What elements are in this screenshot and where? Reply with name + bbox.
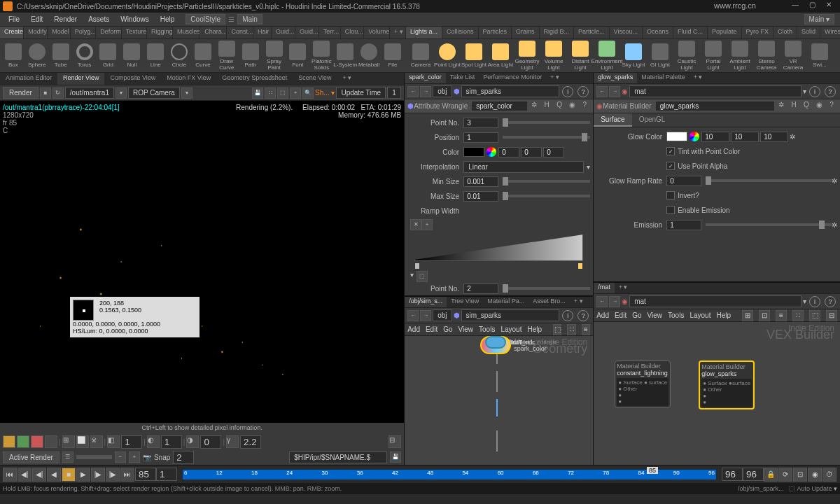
maximize-button[interactable]: ▢ — [804, 1, 820, 12]
gamma-icon[interactable]: γ — [226, 435, 239, 448]
render-button[interactable]: Render — [3, 87, 38, 99]
tool-gilight[interactable]: GI Light — [647, 41, 673, 71]
last-frame-icon[interactable]: ⏭ — [120, 468, 134, 482]
color-swatch[interactable] — [463, 147, 484, 157]
tool-lsystem[interactable]: L-System — [333, 41, 357, 71]
tool-distantlight[interactable]: Distant Light — [567, 41, 594, 71]
current-frame-field[interactable] — [135, 468, 156, 481]
tool-drawcurve[interactable]: Draw Curve — [215, 41, 239, 71]
camera-icon[interactable]: 📷 — [143, 454, 151, 461]
tool-circle[interactable]: Circle — [167, 41, 191, 71]
tool-ambientlight[interactable]: Ambient Light — [727, 41, 753, 71]
tool-causticlight[interactable]: Caustic Light — [673, 41, 700, 71]
tool-path[interactable]: Path — [239, 41, 262, 71]
network-view-right[interactable]: Indie Edition VEX Builder Material Build… — [594, 322, 840, 465]
tool-spraypaint[interactable]: Spray Paint — [262, 41, 286, 71]
parameters-panel: Point No. Position Color InterpolationLi… — [405, 113, 593, 295]
tool-platonic[interactable]: Platonic Solids — [309, 41, 333, 71]
gear-icon[interactable]: ✲ — [776, 101, 787, 112]
menu-file[interactable]: File — [3, 15, 25, 23]
timeline-track[interactable]: 6121824303642485460667278849096 85 — [183, 470, 716, 479]
next-key-icon[interactable]: |▶ — [106, 468, 120, 482]
status-hint: Hold LMB: focus rendering. Shift+drag: s… — [3, 485, 342, 492]
gamma-field[interactable] — [240, 435, 261, 449]
add-tab-icon[interactable]: + ▾ — [337, 73, 358, 85]
desktop-selector[interactable]: CoolStyle — [186, 14, 225, 24]
tool-pointlight[interactable]: Point Light — [434, 41, 461, 71]
matnode-glow-sparks[interactable]: Material Builder glow_sparks ● Surfacesu… — [699, 360, 755, 410]
ramp-widget[interactable] — [414, 233, 583, 268]
tool-skylight[interactable]: Sky Light — [620, 41, 647, 71]
gear-icon[interactable]: ✲ — [528, 101, 540, 112]
tool-camera[interactable]: Camera — [407, 41, 434, 71]
rop-path[interactable]: /out/mantra1 — [65, 87, 114, 99]
lock-icon[interactable]: 🔒 — [764, 468, 778, 482]
invert-checkbox[interactable] — [666, 191, 675, 200]
context-selector-right[interactable]: Main ▾ — [804, 14, 834, 24]
save-icon[interactable]: 💾 — [252, 88, 263, 99]
watermark-url: www.rrcg.cn — [714, 1, 756, 10]
forward-icon[interactable]: → — [420, 86, 431, 97]
tool-geolight[interactable]: Geometry Light — [514, 41, 540, 71]
step-fwd-icon[interactable]: |▶ — [91, 468, 105, 482]
save-snap-icon[interactable]: 💾 — [390, 451, 401, 463]
help-icon[interactable]: ? — [579, 101, 590, 112]
pin-icon[interactable]: i — [562, 86, 573, 97]
tool-sphere[interactable]: Sphere — [25, 41, 49, 71]
tool-arealight[interactable]: Area Light — [487, 41, 514, 71]
tool-spotlight[interactable]: Spot Light — [461, 41, 487, 71]
tool-null[interactable]: Null — [120, 41, 144, 71]
node-name-field[interactable]: spark_color — [472, 102, 527, 111]
tool-box[interactable]: Box — [1, 41, 25, 71]
menu-edit[interactable]: Edit — [25, 15, 48, 23]
matnode-constant[interactable]: Material Builder constant_lightning ● Su… — [615, 360, 671, 408]
step-back-icon[interactable]: ◀| — [32, 468, 46, 482]
tool-torus[interactable]: Torus — [73, 41, 97, 71]
menu-windows[interactable]: Windows — [115, 15, 155, 23]
pointno-field[interactable] — [463, 118, 498, 128]
minimize-button[interactable]: — — [787, 1, 804, 12]
tool-vollight[interactable]: Volume Light — [540, 41, 567, 71]
tint-checkbox[interactable]: ✓ — [666, 147, 675, 155]
shelf-tabs-right: Lights a... Collisions Particles Grains … — [406, 27, 840, 39]
alpha-checkbox[interactable]: ✓ — [666, 162, 675, 170]
node-out[interactable]: OUT — [485, 336, 522, 349]
back-icon[interactable]: ← — [407, 86, 419, 97]
tool-font[interactable]: Font — [286, 41, 310, 71]
colorwheel-icon[interactable] — [486, 147, 496, 157]
play-back-icon[interactable]: ◀ — [47, 468, 61, 482]
menu-render[interactable]: Render — [48, 15, 83, 23]
tool-tube[interactable]: Tube — [49, 41, 73, 71]
camera-selector[interactable]: ROP Camera — [128, 87, 180, 99]
play-icon[interactable]: ▶ — [76, 468, 90, 482]
exposure-field[interactable] — [121, 435, 142, 449]
shelf-create[interactable]: Create — [0, 27, 24, 38]
viewport-hint: Ctrl+Left to show detailed pixel informa… — [0, 423, 404, 434]
tool-file[interactable]: File — [381, 41, 405, 71]
tool-metaball[interactable]: Metaball — [357, 41, 381, 71]
network-view-mid[interactable]: Indie Edition Geometry from_ndc add1 con… — [405, 336, 593, 465]
tool-switcher[interactable]: Swi... — [806, 41, 833, 71]
stop-icon[interactable]: ■ — [40, 88, 51, 99]
tool-portallight[interactable]: Portal Light — [700, 41, 727, 71]
tool-line[interactable]: Line — [144, 41, 167, 71]
tool-curve[interactable]: Curve — [191, 41, 215, 71]
zoom-icon[interactable]: 🔍 — [302, 88, 314, 99]
menu-assets[interactable]: Assets — [83, 15, 115, 23]
prev-key-icon[interactable]: ◀| — [18, 468, 31, 482]
clock-icon[interactable]: ⏱ — [822, 468, 836, 482]
refresh-icon[interactable]: ↻ — [52, 88, 64, 99]
menu-help[interactable]: Help — [155, 15, 181, 23]
tool-vrcam[interactable]: VR Camera — [780, 41, 806, 71]
first-frame-icon[interactable]: ⏮ — [3, 468, 17, 482]
tool-envlight[interactable]: Environment Light — [594, 41, 620, 71]
close-button[interactable]: ✕ — [820, 1, 837, 12]
glow-color-swatch[interactable] — [666, 132, 687, 141]
context-selector[interactable]: Main — [237, 14, 262, 24]
tool-stereocam[interactable]: Stereo Camera — [753, 41, 780, 71]
render-viewport[interactable]: /out/mantra1(pbrraytrace)-22:04:04[1] 12… — [0, 101, 404, 423]
stop-icon[interactable]: ■ — [62, 468, 76, 482]
node-header: ⬢ Attribute Wrangle spark_color ✲ H Q ◉ … — [405, 99, 593, 113]
tool-grid[interactable]: Grid — [97, 41, 120, 71]
emission-checkbox[interactable] — [666, 206, 675, 214]
